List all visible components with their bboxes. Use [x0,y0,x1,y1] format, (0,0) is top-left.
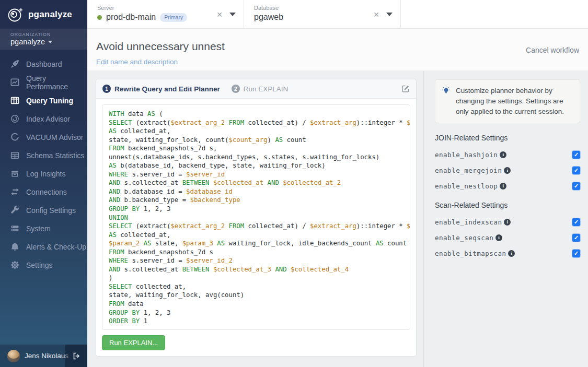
run-explain-button[interactable]: Run EXPLAIN... [102,335,165,350]
info-circle-icon[interactable]: i [504,167,511,174]
planner-panel: Customize planner behavior by changing t… [435,79,580,264]
database-selector[interactable]: Database pgaweb ✕ [244,0,401,29]
sidebar-item-label: Settings [26,261,53,269]
sidebar-item-label: Query Performance [26,74,87,91]
setting-row-enable_hashjoin: enable_hashjoini [435,150,580,159]
code-line: AS collected_at, [109,127,403,136]
workflow-steps-bar: 1 Rewrite Query and Edit Planner 2 Run E… [96,79,416,99]
primary-badge: Primary [160,13,187,22]
step-2-badge: 2 [232,85,240,93]
sign-out-icon[interactable] [65,345,87,367]
planner-info-text: Customize planner behavior by changing t… [456,86,573,117]
info-circle-icon[interactable]: i [500,183,506,190]
checkbox-enable_nestloop[interactable] [572,182,580,190]
sidebar-item-query-tuning[interactable]: Query Tuning [0,91,87,110]
sidebar-item-label: Index Advisor [26,115,70,123]
checkbox-enable_bitmapscan[interactable] [572,250,580,257]
server-icon [10,224,19,233]
sidebar-item-label: VACUUM Advisor [26,133,83,141]
lightbulb-icon [442,86,451,97]
user-footer: Jens Nikolaus [0,345,87,367]
page-title: Avoid unnecessary unnest [96,40,579,53]
checkbox-enable_hashjoin[interactable] [572,151,580,159]
sidebar-item-label: Dashboard [26,60,62,68]
setting-row-enable_indexscan: enable_indexscani [435,217,580,227]
sidebar-item-config-settings[interactable]: Config Settings [0,201,87,219]
server-status-green-dot-icon [97,15,102,20]
user-name: Jens Nikolaus [25,352,68,360]
code-line: AS b(database_id, backend_type, state, w… [109,161,403,170]
pencil-square-icon[interactable] [401,85,410,93]
code-line: state, waiting_for_lock, avg(count) [109,291,403,300]
setting-label: enable_mergejoini [435,167,511,174]
edit-name-description-link[interactable]: Edit name and description [96,58,178,66]
checkbox-enable_mergejoin[interactable] [572,167,580,174]
sidebar-item-log-insights[interactable]: Log Insights [0,164,87,183]
info-circle-icon[interactable]: i [495,234,502,241]
setting-label: enable_nestloopi [435,182,506,190]
info-circle-icon[interactable]: i [500,151,506,158]
code-line: AS collected_at, [109,231,403,240]
sidebar-item-label: Connections [26,188,67,196]
code-line: GROUP BY 1, 2, 3 [109,309,403,317]
content-area: 1 Rewrite Query and Edit Planner 2 Run E… [87,71,588,367]
sidebar-item-system[interactable]: System [0,219,87,238]
setting-label: enable_bitmapscani [435,250,515,257]
server-clear-icon[interactable]: ✕ [216,11,223,18]
index-rings-icon [10,114,19,123]
app-window: pganalyze ORGANIZATION pganalyze Dashboa… [0,0,588,367]
database-caret-down-icon[interactable] [386,13,393,16]
setting-label: enable_seqscani [435,234,502,242]
code-line: SELECT (extract($extract_arg_2 FROM coll… [109,222,403,231]
info-circle-icon[interactable]: i [504,219,511,226]
server-caret-down-icon[interactable] [229,13,236,16]
info-circle-icon[interactable]: i [508,250,515,257]
bell-icon [10,242,19,251]
sidebar-item-vacuum-advisor[interactable]: VACUUM Advisor [0,128,87,146]
checkbox-enable_seqscan[interactable] [572,234,580,242]
sidebar-item-connections[interactable]: Connections [0,183,87,201]
cancel-workflow-link[interactable]: Cancel workflow [526,46,579,54]
brand-logo: pganalyze [0,0,87,29]
sidebar-item-label: Alerts & Check-Up [26,243,86,251]
step-run-explain[interactable]: 2 Run EXPLAIN [232,85,289,93]
code-line: AND s.collected_at BETWEEN $collected_at… [109,265,403,274]
vacuum-circle-icon [10,133,19,141]
code-line: $param_2 AS state, $param_3 AS waiting_f… [109,239,403,248]
code-line: AND s.collected_at BETWEEN $collected_at… [109,179,403,187]
planner-info-box: Customize planner behavior by changing t… [435,79,580,123]
sidebar-item-settings[interactable]: Settings [0,256,87,274]
sidebar-item-query-performance[interactable]: Query Performance [0,73,87,91]
server-label: Server [97,5,235,11]
code-line: AND b.database_id = $database_id [109,187,403,196]
sidebar-item-dashboard[interactable]: Dashboard [0,55,87,73]
database-clear-icon[interactable]: ✕ [373,11,379,18]
organization-selector[interactable]: ORGANIZATION pganalyze [0,29,87,50]
sidebar-item-schema-statistics[interactable]: Schema Statistics [0,146,87,164]
setting-label: enable_hashjoini [435,151,506,159]
sql-code-block[interactable]: WITH data AS (SELECT (extract($extract_a… [102,104,410,330]
brand-name: pganalyze [28,9,72,20]
database-label: Database [254,5,392,11]
rocket-icon [10,60,19,68]
table-grid-icon [10,151,19,160]
sidebar-item-label: Config Settings [26,206,76,215]
code-line: FROM backend_snapshots_7d s [109,248,403,257]
topbar: Server prod-db-main Primary ✕ Database p… [87,0,588,29]
step-1-badge: 1 [102,85,111,93]
code-line: unnest(s.database_ids, s.backend_types, … [109,153,403,162]
checkbox-enable_indexscan[interactable] [572,218,580,226]
sidebar-item-index-advisor[interactable]: Index Advisor [0,110,87,128]
code-line: AND b.backend_type = $backend_type [109,196,403,205]
server-selector[interactable]: Server prod-db-main Primary ✕ [87,0,244,29]
sidebar-item-label: Query Tuning [26,97,73,105]
settings-group-heading: JOIN-Related Settings [435,134,580,142]
code-line: state, waiting_for_lock, count($count_ar… [109,136,403,145]
vertical-divider [423,71,424,367]
sidebar: pganalyze ORGANIZATION pganalyze Dashboa… [0,0,87,367]
server-value: prod-db-main [106,13,156,22]
step-rewrite-query[interactable]: 1 Rewrite Query and Edit Planner [102,85,220,93]
card-body: WITH data AS (SELECT (extract($extract_a… [96,99,416,356]
code-line: ) [109,274,403,282]
sidebar-item-alerts-check-up[interactable]: Alerts & Check-Up [0,238,87,256]
